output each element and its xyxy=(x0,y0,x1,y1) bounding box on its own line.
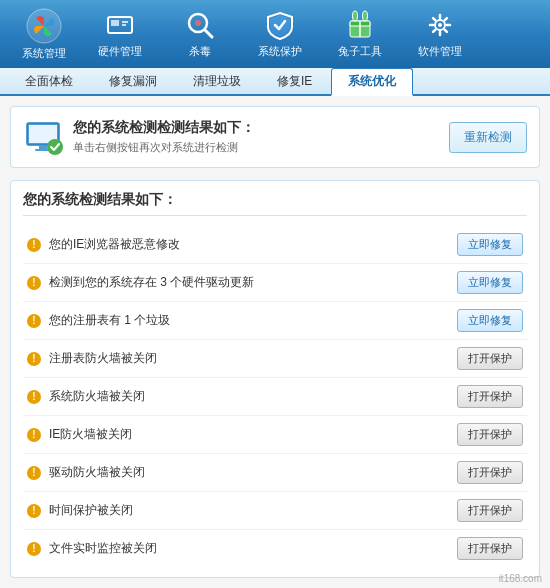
results-title: 您的系统检测结果如下： xyxy=(23,191,527,216)
action-btn-1[interactable]: 立即修复 xyxy=(457,271,523,294)
result-text-6: 驱动防火墙被关闭 xyxy=(49,464,145,481)
result-text-3: 注册表防火墙被关闭 xyxy=(49,350,157,367)
rabbit-icon xyxy=(344,9,376,41)
protect-icon xyxy=(264,9,296,41)
result-text-0: 您的IE浏览器被恶意修改 xyxy=(49,236,180,253)
hardware-icon xyxy=(104,9,136,41)
result-text-8: 文件实时监控被关闭 xyxy=(49,540,157,557)
action-btn-4[interactable]: 打开保护 xyxy=(457,385,523,408)
action-btn-2[interactable]: 立即修复 xyxy=(457,309,523,332)
svg-point-7 xyxy=(195,20,201,26)
result-left-1: !检测到您的系统存在 3 个硬件驱动更新 xyxy=(27,274,457,291)
result-row-2: !您的注册表有 1 个垃圾立即修复 xyxy=(23,302,527,340)
warn-icon-7: ! xyxy=(27,504,41,518)
nav-hardware[interactable]: 硬件管理 xyxy=(80,4,160,64)
summary-computer-icon xyxy=(23,117,63,157)
summary-text: 您的系统检测检测结果如下： 单击右侧按钮再次对系统进行检测 xyxy=(73,119,255,155)
nav-kill-label: 杀毒 xyxy=(189,44,211,59)
action-btn-8[interactable]: 打开保护 xyxy=(457,537,523,560)
summary-left: 您的系统检测检测结果如下： 单击右侧按钮再次对系统进行检测 xyxy=(23,117,255,157)
result-row-6: !驱动防火墙被关闭打开保护 xyxy=(23,454,527,492)
recheck-button[interactable]: 重新检测 xyxy=(449,122,527,153)
tab-repair-ie[interactable]: 修复IE xyxy=(260,68,329,94)
svg-line-19 xyxy=(433,18,435,20)
svg-point-27 xyxy=(47,139,63,155)
svg-line-21 xyxy=(445,18,447,20)
svg-line-22 xyxy=(433,30,435,32)
result-left-8: !文件实时监控被关闭 xyxy=(27,540,457,557)
nav-protect[interactable]: 系统保护 xyxy=(240,4,320,64)
summary-box: 您的系统检测检测结果如下： 单击右侧按钮再次对系统进行检测 重新检测 xyxy=(10,106,540,168)
result-left-0: !您的IE浏览器被恶意修改 xyxy=(27,236,457,253)
result-text-7: 时间保护被关闭 xyxy=(49,502,133,519)
warn-icon-6: ! xyxy=(27,466,41,480)
app-logo[interactable]: 系统管理 xyxy=(8,4,80,64)
action-btn-5[interactable]: 打开保护 xyxy=(457,423,523,446)
nav-rabbit[interactable]: 兔子工具 xyxy=(320,4,400,64)
result-text-5: IE防火墙被关闭 xyxy=(49,426,132,443)
result-row-5: !IE防火墙被关闭打开保护 xyxy=(23,416,527,454)
tab-bar: 全面体检 修复漏洞 清理垃圾 修复IE 系统优化 xyxy=(0,68,550,96)
result-text-2: 您的注册表有 1 个垃圾 xyxy=(49,312,170,329)
summary-title: 您的系统检测检测结果如下： xyxy=(73,119,255,137)
main-content: 您的系统检测检测结果如下： 单击右侧按钮再次对系统进行检测 重新检测 您的系统检… xyxy=(0,96,550,588)
nav-rabbit-label: 兔子工具 xyxy=(338,44,382,59)
warn-icon-1: ! xyxy=(27,276,41,290)
svg-point-14 xyxy=(438,23,442,27)
app-title: 系统管理 xyxy=(22,46,66,61)
svg-point-12 xyxy=(363,11,368,21)
warn-icon-2: ! xyxy=(27,314,41,328)
tab-repair-clean[interactable]: 修复漏洞 xyxy=(92,68,174,94)
top-nav-bar: 系统管理 硬件管理 杀毒 系统保护 xyxy=(0,0,550,68)
nav-kill[interactable]: 杀毒 xyxy=(160,4,240,64)
action-btn-3[interactable]: 打开保护 xyxy=(457,347,523,370)
result-row-0: !您的IE浏览器被恶意修改立即修复 xyxy=(23,226,527,264)
result-row-8: !文件实时监控被关闭打开保护 xyxy=(23,530,527,567)
result-left-6: !驱动防火墙被关闭 xyxy=(27,464,457,481)
result-left-7: !时间保护被关闭 xyxy=(27,502,457,519)
tab-full-check[interactable]: 全面体检 xyxy=(8,68,90,94)
result-left-3: !注册表防火墙被关闭 xyxy=(27,350,457,367)
svg-line-6 xyxy=(205,30,212,37)
result-left-2: !您的注册表有 1 个垃圾 xyxy=(27,312,457,329)
result-left-5: !IE防火墙被关闭 xyxy=(27,426,457,443)
software-icon xyxy=(424,9,456,41)
action-btn-0[interactable]: 立即修复 xyxy=(457,233,523,256)
nav-software-label: 软件管理 xyxy=(418,44,462,59)
tab-optimize[interactable]: 系统优化 xyxy=(331,68,413,96)
svg-rect-25 xyxy=(39,145,47,149)
logo-icon xyxy=(26,8,62,44)
watermark: it168.com xyxy=(499,573,542,584)
result-left-4: !系统防火墙被关闭 xyxy=(27,388,457,405)
warn-icon-3: ! xyxy=(27,352,41,366)
warn-icon-5: ! xyxy=(27,428,41,442)
svg-rect-2 xyxy=(111,20,119,26)
result-rows-container: !您的IE浏览器被恶意修改立即修复!检测到您的系统存在 3 个硬件驱动更新立即修… xyxy=(23,226,527,567)
nav-hardware-label: 硬件管理 xyxy=(98,44,142,59)
tab-clean-junk[interactable]: 清理垃圾 xyxy=(176,68,258,94)
result-row-1: !检测到您的系统存在 3 个硬件驱动更新立即修复 xyxy=(23,264,527,302)
results-section: 您的系统检测结果如下： !您的IE浏览器被恶意修改立即修复!检测到您的系统存在 … xyxy=(10,180,540,578)
svg-line-20 xyxy=(445,30,447,32)
warn-icon-0: ! xyxy=(27,238,41,252)
nav-software[interactable]: 软件管理 xyxy=(400,4,480,64)
action-btn-7[interactable]: 打开保护 xyxy=(457,499,523,522)
result-text-1: 检测到您的系统存在 3 个硬件驱动更新 xyxy=(49,274,254,291)
result-row-7: !时间保护被关闭打开保护 xyxy=(23,492,527,530)
action-btn-6[interactable]: 打开保护 xyxy=(457,461,523,484)
svg-point-11 xyxy=(353,11,358,21)
result-row-4: !系统防火墙被关闭打开保护 xyxy=(23,378,527,416)
warn-icon-4: ! xyxy=(27,390,41,404)
result-row-3: !注册表防火墙被关闭打开保护 xyxy=(23,340,527,378)
result-text-4: 系统防火墙被关闭 xyxy=(49,388,145,405)
warn-icon-8: ! xyxy=(27,542,41,556)
summary-subtitle: 单击右侧按钮再次对系统进行检测 xyxy=(73,140,255,155)
kill-icon xyxy=(184,9,216,41)
nav-protect-label: 系统保护 xyxy=(258,44,302,59)
